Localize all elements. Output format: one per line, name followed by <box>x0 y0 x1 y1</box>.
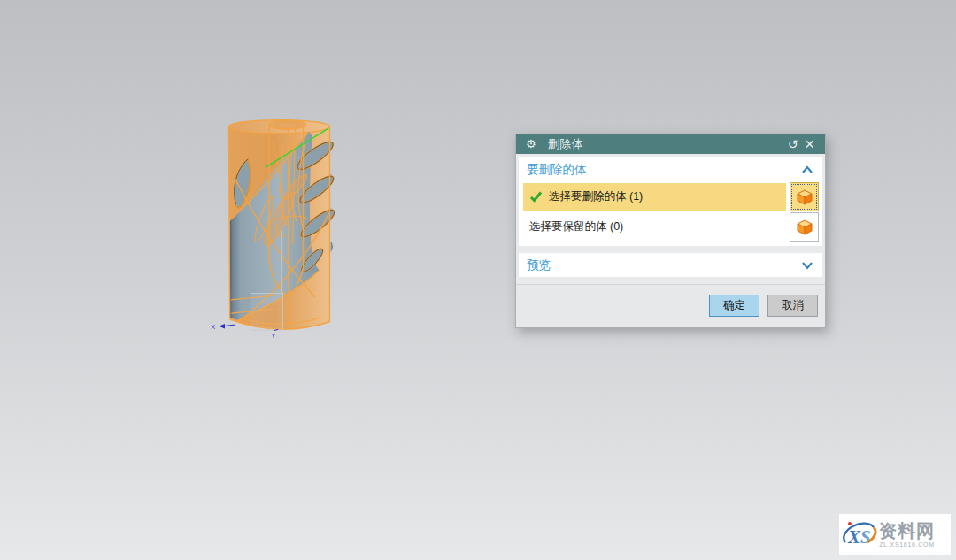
select-keep-body-field[interactable]: 选择要保留的体 (0) <box>523 213 786 241</box>
select-keep-body-row[interactable]: 选择要保留的体 (0) <box>519 212 822 242</box>
select-body-button-keep[interactable] <box>790 212 819 242</box>
watermark: XS 资料网 ZL.XS1616.COM <box>839 514 951 555</box>
watermark-logo-icon: XS <box>842 518 877 551</box>
section-header-preview[interactable]: 预览 <box>519 253 822 277</box>
axis-y-label: Y <box>271 332 275 340</box>
watermark-logo-text: XS <box>847 526 871 548</box>
chevron-up-icon[interactable] <box>801 165 813 174</box>
viewport-3d-model[interactable]: X Y <box>205 27 471 442</box>
preview-group: 预览 <box>519 253 822 277</box>
gear-icon: ⚙ <box>526 134 536 154</box>
inner-tube[interactable] <box>269 120 306 129</box>
checkmark-icon <box>529 191 543 203</box>
select-delete-body-field[interactable]: 选择要删除的体 (1) <box>523 183 786 211</box>
select-keep-body-label: 选择要保留的体 (0) <box>529 219 623 234</box>
axis-x-label: X <box>211 323 215 331</box>
select-delete-body-row[interactable]: 选择要删除的体 (1) <box>519 182 822 211</box>
chevron-down-icon[interactable] <box>801 261 813 270</box>
close-icon[interactable]: ✕ <box>801 137 818 151</box>
dialog-footer: 确定 取消 <box>516 284 825 327</box>
ok-button[interactable]: 确定 <box>709 295 759 317</box>
preview-label: 预览 <box>527 257 551 273</box>
select-body-button-delete[interactable] <box>790 182 819 211</box>
body-cube-icon <box>795 188 814 207</box>
dialog-title: 删除体 <box>548 136 784 152</box>
reset-icon[interactable]: ↺ <box>784 137 801 151</box>
section-label: 要删除的体 <box>527 162 587 178</box>
section-header-bodies-to-delete[interactable]: 要删除的体 <box>519 157 822 181</box>
select-delete-body-label: 选择要删除的体 (1) <box>549 189 643 204</box>
watermark-site-name: 资料网 <box>879 521 935 541</box>
dialog-titlebar[interactable]: ⚙ 删除体 ↺ ✕ <box>516 134 825 154</box>
delete-body-dialog: ⚙ 删除体 ↺ ✕ 要删除的体 选择要删除的体 (1) <box>515 134 826 328</box>
watermark-site-url: ZL.XS1616.COM <box>879 541 934 548</box>
cad-application-window: X Y ⚙ 删除体 ↺ ✕ 要删除的体 <box>0 0 956 560</box>
bodies-to-delete-group: 要删除的体 选择要删除的体 (1) <box>519 157 822 246</box>
body-cube-icon <box>795 218 814 237</box>
cancel-button[interactable]: 取消 <box>767 295 818 317</box>
